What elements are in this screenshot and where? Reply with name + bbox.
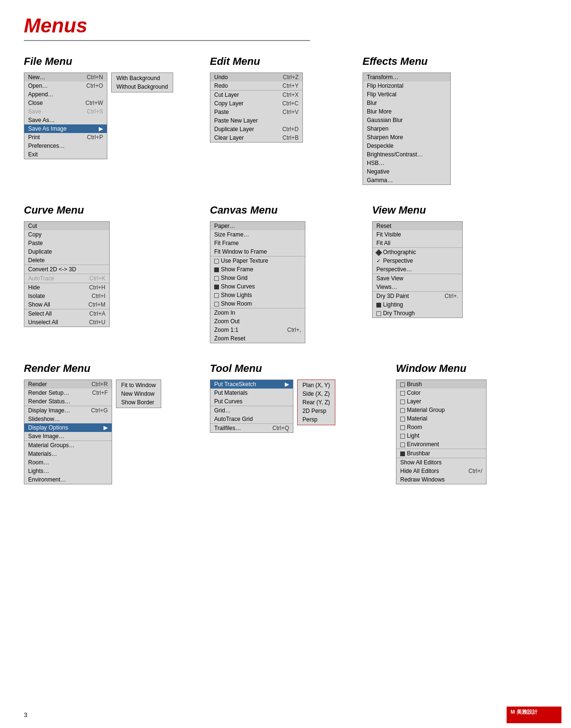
canvas-show-frame[interactable]: Show Frame — [210, 265, 305, 274]
menu-item-sharpen[interactable]: Sharpen — [363, 124, 450, 133]
flyout-side-xz[interactable]: Side (X, Z) — [298, 390, 335, 398]
menu-item-paste-new-layer[interactable]: Paste New Layer — [210, 116, 302, 125]
menu-item-cut[interactable]: Cut — [24, 222, 109, 230]
menu-item-clear-layer[interactable]: Clear LayerCtrl+B — [210, 133, 302, 142]
tool-put-tracesketch[interactable]: Put TraceSketch▶ — [210, 380, 293, 389]
tool-trailfiles[interactable]: Trailfiles…Ctrl+Q — [210, 423, 293, 432]
menu-item-saveasimage[interactable]: Save As Image▶ — [24, 124, 107, 133]
window-show-all-editors[interactable]: Show All Editors — [396, 458, 486, 467]
menu-item-cut-layer[interactable]: Cut LayerCtrl+X — [210, 90, 302, 99]
flyout-rear-yz[interactable]: Rear (Y, Z) — [298, 398, 335, 407]
menu-item-unselect-all[interactable]: Unselect AllCtrl+U — [24, 318, 109, 327]
render-display-options[interactable]: Display Options▶ — [24, 423, 112, 432]
menu-item-print[interactable]: PrintCtrl+P — [24, 133, 107, 142]
tool-autotrace-grid[interactable]: AutoTrace Grid — [210, 415, 293, 423]
menu-item-gaussian-blur[interactable]: Gaussian Blur — [363, 116, 450, 124]
menu-item-blur[interactable]: Blur — [363, 99, 450, 107]
flyout-with-bg[interactable]: With Background — [112, 74, 173, 82]
window-brush[interactable]: Brush — [396, 380, 486, 389]
menu-item-gamma[interactable]: Gamma… — [363, 176, 450, 185]
menu-item-append[interactable]: Append… — [24, 90, 107, 99]
flyout-without-bg[interactable]: Without Background — [112, 82, 173, 91]
flyout-2d-persp[interactable]: 2D Persp — [298, 407, 335, 415]
menu-item-negative[interactable]: Negative — [363, 167, 450, 176]
menu-item-paste-curve[interactable]: Paste — [24, 239, 109, 247]
menu-item-brightness-contrast[interactable]: Brightness/Contrast… — [363, 150, 450, 159]
menu-item-delete[interactable]: Delete — [24, 256, 109, 265]
view-orthographic[interactable]: Orthographic — [373, 247, 462, 256]
canvas-paper[interactable]: Paper… — [210, 222, 305, 230]
menu-item-flip-v[interactable]: Flip Vertical — [363, 90, 450, 99]
window-color[interactable]: Color — [396, 389, 486, 397]
flyout-persp[interactable]: Persp — [298, 415, 335, 424]
render-setup[interactable]: Render Setup…Ctrl+F — [24, 389, 112, 397]
canvas-size-frame[interactable]: Size Frame… — [210, 230, 305, 239]
window-material-group[interactable]: Material Group — [396, 406, 486, 414]
view-fit-all[interactable]: Fit All — [373, 239, 462, 247]
render-status[interactable]: Render Status… — [24, 397, 112, 406]
menu-item-show-all[interactable]: Show AllCtrl+M — [24, 300, 109, 309]
tool-put-curves[interactable]: Put Curves — [210, 397, 293, 406]
render-environment[interactable]: Environment… — [24, 475, 112, 484]
view-views[interactable]: Views… — [373, 283, 462, 291]
window-environment[interactable]: Environment — [396, 440, 486, 449]
view-save-view[interactable]: Save View — [373, 274, 462, 283]
view-lighting[interactable]: Lighting — [373, 300, 462, 309]
view-perspective[interactable]: ✓Perspective — [373, 256, 462, 265]
view-reset[interactable]: Reset — [373, 222, 462, 230]
canvas-zoom-1-1[interactable]: Zoom 1:1Ctrl+, — [210, 326, 305, 334]
window-light[interactable]: Light — [396, 431, 486, 440]
render-display-image[interactable]: Display Image…Ctrl+G — [24, 406, 112, 415]
render-material-groups[interactable]: Material Groups… — [24, 441, 112, 450]
tool-put-materials[interactable]: Put Materials — [210, 389, 293, 397]
render-room[interactable]: Room… — [24, 458, 112, 467]
menu-item-isolate[interactable]: IsolateCtrl+I — [24, 292, 109, 300]
menu-item-close[interactable]: CloseCtrl+W — [24, 99, 107, 107]
flyout-fit-to-window[interactable]: Fit to Window — [116, 381, 161, 390]
menu-item-convert-2d-3d[interactable]: Convert 2D <-> 3D — [24, 265, 109, 274]
canvas-zoom-reset[interactable]: Zoom Reset — [210, 334, 305, 343]
canvas-use-paper-texture[interactable]: Use Paper Texture — [210, 256, 305, 265]
canvas-zoom-in[interactable]: Zoom In — [210, 308, 305, 317]
canvas-show-grid[interactable]: Show Grid — [210, 274, 305, 282]
menu-item-saveas[interactable]: Save As… — [24, 116, 107, 124]
menu-item-hsb[interactable]: HSB… — [363, 159, 450, 167]
flyout-plan-xy[interactable]: Plan (X, Y) — [298, 381, 335, 390]
flyout-show-border[interactable]: Show Border — [116, 398, 161, 407]
canvas-fit-frame[interactable]: Fit Frame — [210, 239, 305, 247]
menu-item-preferences[interactable]: Preferences… — [24, 142, 107, 150]
menu-item-hide[interactable]: HideCtrl+H — [24, 283, 109, 292]
flyout-new-window[interactable]: New Window — [116, 390, 161, 398]
window-material[interactable]: Material — [396, 414, 486, 423]
menu-item-copy-layer[interactable]: Copy LayerCtrl+C — [210, 99, 302, 108]
render-slideshow[interactable]: Slideshow… — [24, 415, 112, 423]
canvas-show-room[interactable]: Show Room — [210, 299, 305, 308]
view-dry-through[interactable]: Dry Through — [373, 309, 462, 318]
menu-item-exit[interactable]: Exit — [24, 150, 107, 159]
menu-item-new[interactable]: New…Ctrl+N — [24, 73, 107, 82]
menu-item-duplicate[interactable]: Duplicate — [24, 247, 109, 256]
window-redraw-windows[interactable]: Redraw Windows — [396, 475, 486, 484]
view-fit-visible[interactable]: Fit Visible — [373, 230, 462, 239]
canvas-show-curves[interactable]: Show Curves — [210, 282, 305, 291]
view-perspective-dots[interactable]: Perspective… — [373, 265, 462, 274]
menu-item-transform[interactable]: Transform… — [363, 73, 450, 82]
window-hide-all-editors[interactable]: Hide All EditorsCtrl+/ — [396, 467, 486, 475]
menu-item-copy[interactable]: Copy — [24, 230, 109, 239]
canvas-fit-window[interactable]: Fit Window to Frame — [210, 247, 305, 256]
canvas-show-lights[interactable]: Show Lights — [210, 291, 305, 299]
menu-item-redo[interactable]: RedoCtrl+Y — [210, 82, 302, 90]
menu-item-open[interactable]: Open…Ctrl+O — [24, 82, 107, 90]
canvas-zoom-out[interactable]: Zoom Out — [210, 317, 305, 326]
menu-item-sharpen-more[interactable]: Sharpen More — [363, 133, 450, 142]
menu-item-undo[interactable]: UndoCtrl+Z — [210, 73, 302, 82]
menu-item-despeckle[interactable]: Despeckle — [363, 142, 450, 150]
tool-grid[interactable]: Grid… — [210, 406, 293, 415]
menu-item-flip-h[interactable]: Flip Horizontal — [363, 82, 450, 90]
render-render[interactable]: RenderCtrl+R — [24, 380, 112, 389]
menu-item-blur-more[interactable]: Blur More — [363, 107, 450, 116]
menu-item-select-all[interactable]: Select AllCtrl+A — [24, 309, 109, 318]
window-brushbar[interactable]: Brushbar — [396, 449, 486, 458]
view-dry-3d-paint[interactable]: Dry 3D PaintCtrl+. — [373, 291, 462, 300]
render-save-image[interactable]: Save Image… — [24, 432, 112, 441]
